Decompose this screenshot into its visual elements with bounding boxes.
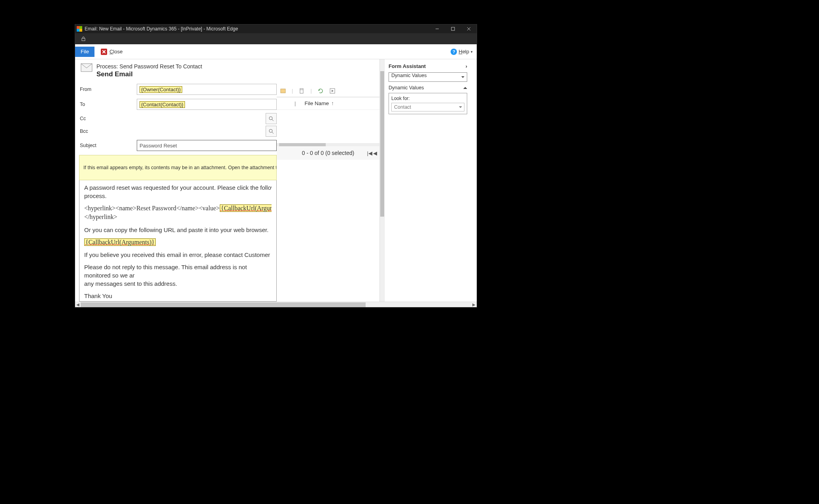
close-icon (101, 49, 107, 55)
window-close-button[interactable] (461, 25, 477, 33)
new-attachment-icon[interactable] (280, 88, 286, 94)
attachments-status-bar: 0 - 0 of 0 (0 selected) |◀◀ (277, 146, 379, 160)
lookfor-select[interactable]: Contact (391, 103, 464, 111)
collapse-icon[interactable] (463, 85, 467, 89)
refresh-icon[interactable] (317, 88, 324, 94)
from-token[interactable]: {Owner(Contact)} (140, 86, 182, 93)
lookfor-box: Look for: Contact (389, 93, 467, 114)
body-line: If you believe you received this email i… (84, 251, 272, 259)
step-title: Send Email (96, 70, 202, 78)
sort-asc-icon: ↑ (331, 100, 334, 106)
body-line: Thank You (84, 292, 272, 300)
maximize-button[interactable] (445, 25, 461, 33)
app-window: Email: New Email - Microsoft Dynamics 36… (75, 24, 477, 308)
svg-rect-11 (300, 89, 303, 93)
svg-rect-1 (451, 27, 455, 30)
help-button[interactable]: ? Help ▾ (451, 49, 473, 55)
chevron-down-icon: ▾ (471, 50, 473, 54)
process-name: Process: Send Password Reset To Contact (96, 63, 202, 70)
form-assistant-title: Form Assistant (389, 63, 426, 69)
cc-lookup-button[interactable] (266, 113, 277, 124)
body-line: </hyperlink> (84, 213, 272, 221)
body-line: <hyperlink><name>Reset Password</name><v… (84, 204, 272, 213)
lookfor-label: Look for: (391, 96, 464, 101)
minimize-button[interactable] (429, 25, 445, 33)
body-line: Please do not reply to this message. Thi… (84, 263, 272, 288)
to-token[interactable]: {Contact(Contact)} (140, 101, 185, 108)
svg-rect-10 (281, 89, 285, 93)
svg-rect-4 (82, 38, 85, 41)
vertical-scrollbar[interactable] (379, 59, 384, 302)
email-body[interactable]: A password reset was requested for your … (79, 180, 277, 302)
attachments-hscroll[interactable] (277, 143, 379, 146)
attachments-count: 0 - 0 of 0 (0 selected) (302, 150, 354, 156)
filename-column[interactable]: File Name (305, 100, 329, 106)
content-area: Process: Send Password Reset To Contact … (75, 59, 477, 307)
email-form-pane: Process: Send Password Reset To Contact … (75, 59, 277, 302)
file-button[interactable]: File (75, 47, 94, 57)
chevron-right-icon[interactable]: › (466, 63, 467, 69)
body-line: A password reset was requested for your … (84, 183, 272, 200)
svg-line-7 (272, 119, 274, 121)
svg-line-9 (272, 132, 274, 134)
assistant-mode-select[interactable]: Dynamic Values (389, 72, 467, 82)
attachments-toolbar: | | (277, 85, 379, 97)
attachment-banner: If this email appears empty, its content… (79, 155, 277, 180)
attachments-pager[interactable]: |◀◀ (367, 150, 377, 156)
callback-token: {CallbackUrl(Arguments)} (84, 238, 156, 246)
attachments-list (277, 110, 379, 143)
attachments-pane: | | | File Name ↑ 0 - 0 of 0 (0 sel (277, 59, 379, 302)
app-icon (77, 26, 82, 32)
svg-point-6 (269, 117, 272, 120)
from-label: From (79, 87, 137, 92)
svg-point-8 (269, 129, 272, 132)
dynamic-values-section[interactable]: Dynamic Values (389, 85, 424, 91)
bcc-lookup-button[interactable] (266, 126, 277, 137)
from-field[interactable]: {Owner(Contact)} (137, 84, 277, 95)
close-button[interactable]: Close (101, 49, 123, 55)
window-title: Email: New Email - Microsoft Dynamics 36… (85, 26, 238, 32)
cc-label: Cc (79, 116, 137, 121)
lock-icon (81, 36, 86, 42)
bcc-label: Bcc (79, 128, 137, 134)
delete-attachment-icon[interactable] (298, 88, 305, 94)
subject-label: Subject (79, 143, 137, 148)
to-label: To (79, 102, 137, 107)
callback-token: {CallbackUrl(Argum (220, 204, 272, 212)
form-assistant-pane: Form Assistant › Dynamic Values Dynamic … (384, 59, 470, 302)
help-icon: ? (451, 49, 457, 55)
attachments-header[interactable]: | File Name ↑ (277, 97, 379, 110)
subject-input[interactable] (137, 140, 277, 151)
body-line: Or you can copy the following URL and pa… (84, 226, 272, 234)
svg-marker-14 (332, 90, 334, 92)
play-icon[interactable] (329, 88, 336, 94)
horizontal-scrollbar[interactable]: ◀ ▶ (75, 302, 477, 307)
mail-icon (81, 63, 92, 72)
titlebar: Email: New Email - Microsoft Dynamics 36… (75, 25, 477, 33)
body-line: {CallbackUrl(Arguments)} (84, 238, 272, 247)
command-bar: File Close ? Help ▾ (75, 44, 477, 59)
address-lock-bar (75, 33, 477, 44)
to-field[interactable]: {Contact(Contact)} (137, 99, 277, 110)
